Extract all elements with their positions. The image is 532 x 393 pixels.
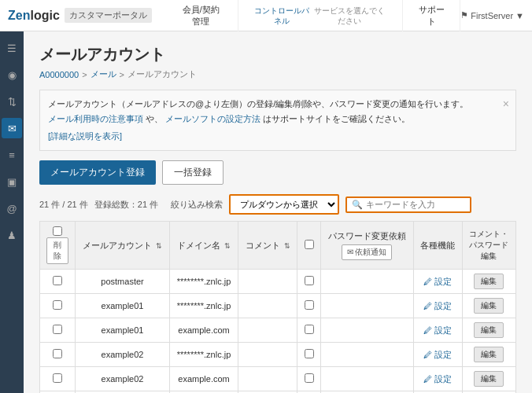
info-link-1[interactable]: メール利用時の注意事項 xyxy=(48,114,143,123)
th-edit: コメント・パスワード編集 xyxy=(462,222,515,270)
info-text-suffix: はサポートサイトをご確認ください。 xyxy=(263,114,410,123)
nav-account[interactable]: 会員/契約管理 xyxy=(164,0,238,31)
notify-button[interactable]: ✉ 依頼通知 xyxy=(342,244,392,260)
info-link-2[interactable]: メールソフトの設定方法 xyxy=(165,114,260,123)
register-button[interactable]: メールアカウント登録 xyxy=(39,160,156,185)
row-pw-check xyxy=(297,270,320,294)
delete-button[interactable]: 削除 xyxy=(46,237,68,264)
row-settings: 🖉 設定 xyxy=(413,294,462,318)
nav-support[interactable]: サポート xyxy=(403,0,460,31)
edit-button[interactable]: 編集 xyxy=(474,322,504,338)
data-table: 削除 メールアカウント ⇅ ドメイン名 ⇅ コメント ⇅ xyxy=(39,221,516,393)
settings-link[interactable]: 🖉 設定 xyxy=(423,325,452,335)
filter-bar: 21 件 / 21 件 登録総数：21 件 絞り込み検索 プルダウンから選択 🔍 xyxy=(39,194,516,215)
row-checkbox[interactable] xyxy=(53,325,62,334)
breadcrumb-current: メールアカウント xyxy=(127,68,197,80)
row-settings: 🖉 設定 xyxy=(413,343,462,367)
th-comment-label: コメント xyxy=(246,241,280,250)
th-comment: コメント ⇅ xyxy=(238,222,297,270)
sidebar-transfer-icon[interactable]: ⇅ xyxy=(2,91,22,112)
pw-select-all[interactable] xyxy=(305,240,314,249)
edit-button[interactable]: 編集 xyxy=(474,298,504,314)
user-label: FirstServer ▼ xyxy=(471,11,524,20)
filter-select[interactable]: プルダウンから選択 xyxy=(229,194,339,215)
sidebar-list-icon[interactable]: ≡ xyxy=(2,145,22,165)
row-comment xyxy=(238,270,297,294)
logo: Zenlogic カスタマーポータル xyxy=(8,8,152,23)
sidebar: ☰ ◉ ⇅ ✉ ≡ ▣ @ ♟ xyxy=(0,31,24,393)
th-mail-account: メールアカウント ⇅ xyxy=(76,222,170,270)
table-row: example01 ********.znlc.jp 🖉 設定 編集 xyxy=(40,294,516,318)
th-mail-account-label: メールアカウント xyxy=(83,241,152,250)
row-checkbox[interactable] xyxy=(53,300,62,310)
row-checkbox[interactable] xyxy=(53,276,62,285)
info-close-button[interactable]: × xyxy=(503,95,509,114)
bulk-register-button[interactable]: 一括登録 xyxy=(162,160,224,185)
edit-button[interactable]: 編集 xyxy=(474,274,504,289)
row-settings: 🖉 設定 xyxy=(413,367,462,391)
settings-link[interactable]: 🖉 設定 xyxy=(423,277,452,286)
sidebar-mail-icon[interactable]: ✉ xyxy=(2,118,22,138)
nav-control[interactable]: コントロールパネルサービスを選んでください xyxy=(238,0,404,31)
breadcrumb-mail[interactable]: メール xyxy=(91,68,116,80)
detail-link[interactable]: [詳細な説明を表示] xyxy=(48,131,122,141)
row-comment xyxy=(238,318,297,343)
breadcrumb-home[interactable]: A0000000 xyxy=(39,70,79,79)
th-pw-label: パスワード変更依頼 xyxy=(327,230,407,242)
settings-link[interactable]: 🖉 設定 xyxy=(423,350,452,359)
row-pw-change xyxy=(320,367,413,391)
row-checkbox-cell xyxy=(40,294,76,318)
row-pw-checkbox[interactable] xyxy=(305,349,314,358)
settings-link[interactable]: 🖉 設定 xyxy=(423,374,452,384)
row-pw-change xyxy=(320,318,413,343)
row-pw-checkbox[interactable] xyxy=(305,373,314,383)
sidebar-person-icon[interactable]: ♟ xyxy=(2,225,22,245)
top-navigation: Zenlogic カスタマーポータル 会員/契約管理 コントロールパネルサービス… xyxy=(0,0,532,31)
row-account: example02 xyxy=(76,367,170,391)
edit-button[interactable]: 編集 xyxy=(474,371,504,387)
sidebar-user-icon[interactable]: ◉ xyxy=(2,64,22,85)
row-account: example01 xyxy=(76,318,170,343)
count-label: 21 件 / 21 件 xyxy=(39,199,88,211)
table-row: example01 example.com 🖉 設定 編集 xyxy=(40,318,516,343)
select-all-checkbox[interactable] xyxy=(53,226,62,236)
th-pw-change: パスワード変更依頼 ✉ 依頼通知 xyxy=(320,222,413,270)
row-pw-check xyxy=(297,294,320,318)
row-domain: ********.znlc.jp xyxy=(170,294,238,318)
row-edit: 編集 xyxy=(462,367,515,391)
logo-zen: Zen xyxy=(8,9,30,23)
row-settings: 🖉 設定 xyxy=(413,270,462,294)
row-domain: ********.znlc.jp xyxy=(170,270,238,294)
info-text-mid: や、 xyxy=(146,114,163,123)
row-pw-checkbox[interactable] xyxy=(305,300,314,310)
row-comment xyxy=(238,294,297,318)
row-edit: 編集 xyxy=(462,318,515,343)
sidebar-at-icon[interactable]: @ xyxy=(2,198,22,219)
sidebar-folder-icon[interactable]: ▣ xyxy=(2,171,22,192)
action-bar: メールアカウント登録 一括登録 xyxy=(39,160,516,185)
settings-link[interactable]: 🖉 設定 xyxy=(423,301,452,310)
row-pw-checkbox[interactable] xyxy=(305,325,314,334)
row-settings: 🖉 設定 xyxy=(413,318,462,343)
row-domain: example.com xyxy=(170,318,238,343)
sort-arrows-comment[interactable]: ⇅ xyxy=(284,242,290,250)
row-checkbox[interactable] xyxy=(53,373,62,383)
row-checkbox-cell xyxy=(40,343,76,367)
row-pw-check xyxy=(297,367,320,391)
search-input[interactable] xyxy=(366,200,465,209)
row-checkbox-cell xyxy=(40,270,76,294)
main-content: メールアカウント A0000000 > メール > メールアカウント × メール… xyxy=(24,31,532,393)
sidebar-menu-icon[interactable]: ☰ xyxy=(2,38,22,58)
mail-icon-small: ✉ xyxy=(347,248,353,256)
row-checkbox[interactable] xyxy=(53,349,62,358)
edit-button[interactable]: 編集 xyxy=(474,347,504,362)
row-pw-checkbox[interactable] xyxy=(305,276,314,285)
search-input-wrap: 🔍 xyxy=(345,196,471,213)
sort-arrows-domain[interactable]: ⇅ xyxy=(224,242,231,250)
nav-user[interactable]: ⚑ FirstServer ▼ xyxy=(460,10,524,20)
row-comment xyxy=(238,343,297,367)
th-settings: 各種機能 xyxy=(413,222,462,270)
sort-arrows-account[interactable]: ⇅ xyxy=(156,242,162,250)
row-pw-change xyxy=(320,294,413,318)
table-row: postmaster ********.znlc.jp 🖉 設定 編集 xyxy=(40,270,516,294)
